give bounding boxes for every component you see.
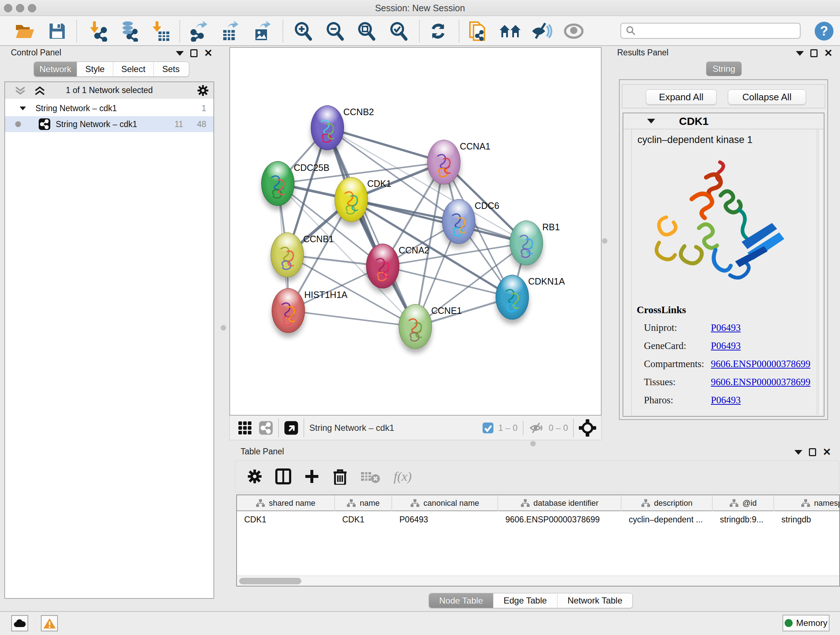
network-share-toggle-icon[interactable] [259, 421, 273, 435]
add-column-icon[interactable] [304, 469, 320, 485]
graph-node-cdkn1a[interactable] [496, 275, 529, 320]
control-panel-close-icon[interactable]: ✕ [204, 49, 212, 57]
graph-node-ccna2[interactable] [366, 244, 399, 288]
warnings-button[interactable] [41, 615, 58, 631]
control-panel-float-icon[interactable] [190, 49, 197, 57]
grid-view-icon[interactable] [238, 421, 251, 434]
zoom-in-button[interactable] [292, 20, 315, 42]
gene-section-header[interactable]: CDK1 [623, 113, 824, 129]
graph-node-cdk1[interactable] [335, 177, 368, 222]
cloud-status-button[interactable] [11, 615, 28, 631]
tab-network[interactable]: Network [34, 62, 77, 76]
table-panel-menu-icon[interactable] [794, 450, 802, 455]
collapse-all-button[interactable]: Collapse All [728, 89, 806, 105]
network-row[interactable]: String Network – cdk1 11 48 [5, 116, 213, 132]
import-database-button[interactable] [117, 20, 140, 42]
graph-node-label: CCNE1 [431, 306, 462, 316]
table-cell[interactable]: cyclin–dependent ... [622, 512, 713, 527]
table-cell[interactable]: stringdb [774, 512, 840, 527]
left-splitter-handle[interactable] [221, 325, 226, 331]
table-cell[interactable]: P06493 [392, 512, 498, 527]
open-session-button[interactable] [13, 20, 36, 42]
graph-node-ccna1[interactable] [427, 140, 461, 185]
tab-sets[interactable]: Sets [153, 62, 188, 76]
memory-button[interactable]: Memory [783, 615, 829, 631]
show-all-button[interactable] [562, 20, 585, 42]
import-table-button[interactable] [149, 20, 172, 42]
graph-node-cdc25b[interactable] [261, 161, 294, 206]
graph-node-hist1h1a[interactable] [272, 288, 305, 333]
crosslink-value-link[interactable]: P06493 [711, 322, 741, 333]
toolbar-separator [459, 20, 459, 42]
crosslink-label: GeneCard: [644, 340, 711, 352]
column-header-name[interactable]: name [335, 495, 392, 511]
column-header-namespace[interactable]: namespace [774, 495, 840, 511]
tab-style[interactable]: Style [77, 62, 113, 76]
results-scrollbar[interactable] [819, 130, 822, 415]
tree-expand-icon[interactable] [19, 106, 26, 110]
tab-select[interactable]: Select [113, 62, 153, 76]
show-columns-icon[interactable] [275, 468, 292, 485]
import-network-button[interactable] [87, 20, 110, 42]
crosslink-value-link[interactable]: P06493 [711, 340, 741, 352]
zoom-fit-button[interactable] [355, 20, 378, 42]
results-panel-menu-icon[interactable] [796, 51, 804, 56]
zoom-out-button[interactable] [324, 20, 347, 42]
graph-node-ccnb2[interactable] [311, 105, 344, 150]
column-header-shared-name[interactable]: shared name [237, 495, 335, 511]
column-header-database-identifier[interactable]: database identifier [498, 495, 622, 511]
tab-node-table[interactable]: Node Table [429, 593, 493, 608]
column-header-@id[interactable]: @id [713, 495, 774, 511]
selected-checkbox-icon[interactable] [482, 422, 494, 434]
search-input[interactable] [639, 26, 800, 36]
pan-crosshair-icon[interactable] [579, 419, 596, 437]
zoom-selected-button[interactable] [387, 20, 410, 42]
column-header-description[interactable]: description [622, 495, 713, 511]
first-neighbors-button[interactable] [499, 20, 522, 42]
graph-node-rb1[interactable] [510, 220, 543, 265]
export-table-button[interactable] [219, 20, 242, 42]
table-row[interactable]: CDK1CDK1P064939606.ENSP00000378699cyclin… [237, 512, 840, 527]
table-panel-close-icon[interactable]: ✕ [823, 448, 831, 456]
tab-string[interactable]: String [706, 62, 742, 76]
clone-network-button[interactable] [467, 20, 490, 42]
results-panel-close-icon[interactable]: ✕ [824, 49, 832, 57]
table-panel-float-icon[interactable] [809, 448, 816, 456]
network-collection-row[interactable]: String Network – cdk1 1 [5, 100, 213, 116]
crosslink-value-link[interactable]: 9606.ENSP00000378699 [711, 377, 810, 388]
graph-node-ccne1[interactable] [399, 304, 432, 349]
crosslink-label: Tissues: [644, 377, 711, 388]
control-panel-menu-icon[interactable] [176, 51, 184, 56]
search-field[interactable] [621, 23, 801, 39]
table-hscrollbar[interactable] [237, 576, 839, 586]
crosslink-value-link[interactable]: P06493 [711, 394, 741, 406]
table-cell[interactable]: 9606.ENSP00000378699 [498, 512, 622, 527]
birds-eye-view-icon[interactable] [284, 421, 298, 435]
refresh-layout-button[interactable] [426, 20, 450, 42]
crosslink-value-link[interactable]: 9606.ENSP00000378699 [711, 358, 810, 370]
network-canvas[interactable]: CCNB2CCNA1CDC25BCDK1CDC6RB1CCNB1CCNA2CDK… [229, 47, 602, 416]
save-session-button[interactable] [46, 20, 69, 42]
graph-node-ccnb1[interactable] [271, 233, 304, 277]
expand-all-button[interactable]: Expand All [646, 89, 717, 105]
table-gear-icon[interactable] [247, 469, 263, 485]
results-panel-float-icon[interactable] [810, 49, 818, 57]
horizontal-splitter-handle[interactable] [531, 441, 536, 447]
table-cell[interactable]: CDK1 [335, 512, 392, 527]
gene-collapse-icon[interactable] [647, 119, 655, 124]
crosslink-row: GeneCard:P06493 [644, 340, 817, 352]
hide-selected-button[interactable] [530, 20, 553, 42]
graph-node-cdc6[interactable] [442, 199, 475, 244]
tab-network-table[interactable]: Network Table [557, 593, 633, 608]
right-splitter-handle[interactable] [602, 238, 607, 244]
column-header-canonical-name[interactable]: canonical name [392, 495, 498, 511]
export-network-button[interactable] [187, 20, 210, 42]
delete-column-icon[interactable] [332, 468, 348, 485]
tab-edge-table[interactable]: Edge Table [493, 593, 557, 608]
help-button[interactable]: ? [813, 20, 836, 42]
network-options-gear-icon[interactable] [197, 84, 209, 97]
table-cell[interactable]: CDK1 [237, 512, 335, 527]
table-cell[interactable]: stringdb:9... [713, 512, 774, 527]
protein-thumbnail [316, 114, 339, 149]
export-image-button[interactable] [250, 20, 273, 42]
